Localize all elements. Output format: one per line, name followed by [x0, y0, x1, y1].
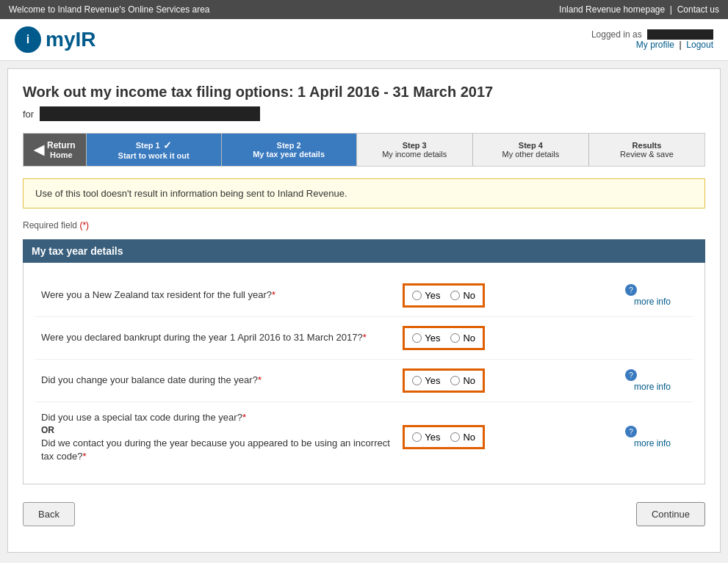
q1-yes-label[interactable]: Yes — [412, 290, 440, 301]
q4-no-radio[interactable] — [450, 432, 460, 442]
page-title: Work out my income tax filing options: 1… — [23, 84, 705, 101]
my-profile-link[interactable]: My profile — [636, 40, 674, 50]
info-4-cell: ? more info — [619, 402, 693, 473]
logo-icon: i — [15, 26, 41, 53]
step-3[interactable]: Step 3 My income details — [357, 134, 473, 166]
step-return[interactable]: ◀ Return Home — [24, 134, 87, 166]
q2-yes-label[interactable]: Yes — [412, 333, 440, 344]
table-row: Were you declared bankrupt during the ye… — [35, 317, 693, 360]
step-return-label: Return — [47, 140, 76, 150]
options-3-cell: Yes No — [397, 360, 619, 402]
top-bar: Welcome to Inland Revenue's Online Servi… — [0, 0, 728, 19]
bottom-bar: Back Continue — [23, 496, 705, 526]
step-3-label: My income details — [382, 150, 447, 159]
step-2[interactable]: Step 2 My tax year details — [222, 134, 357, 166]
return-text: Return Home — [47, 140, 76, 159]
header: i myIR Logged in as My profile | Logout — [0, 19, 728, 61]
q2-no-radio[interactable] — [450, 333, 460, 343]
options-4-wrapper: Yes No — [403, 425, 485, 449]
q4-yes-text: Yes — [425, 432, 440, 443]
q4-yes-radio[interactable] — [412, 432, 422, 442]
homepage-link[interactable]: Inland Revenue homepage — [559, 4, 665, 15]
step-results-label: Review & save — [620, 150, 674, 159]
continue-button[interactable]: Continue — [636, 502, 705, 526]
q3-no-label[interactable]: No — [450, 375, 475, 386]
options-1-wrapper: Yes No — [403, 283, 485, 308]
options-2-wrapper: Yes No — [403, 326, 485, 350]
step-4[interactable]: Step 4 My other details — [473, 134, 589, 166]
question-2-cell: Were you declared bankrupt during the ye… — [35, 317, 397, 360]
questions-table: Were you a New Zealand tax resident for … — [35, 275, 693, 472]
back-button[interactable]: Back — [23, 502, 75, 526]
question-1-text: Were you a New Zealand tax resident for … — [41, 289, 272, 300]
info-2-cell — [619, 317, 693, 360]
arrow-left-icon: ◀ — [34, 142, 44, 158]
q4-no-label[interactable]: No — [450, 432, 475, 443]
q2-yes-radio[interactable] — [412, 333, 422, 343]
welcome-text: Welcome to Inland Revenue's Online Servi… — [9, 4, 210, 15]
q4-required-1: * — [242, 412, 246, 423]
for-value-redacted — [40, 106, 260, 121]
info-icon-4: ? — [625, 426, 637, 437]
header-right: Logged in as My profile | Logout — [591, 29, 713, 51]
main-container: Work out my income tax filing options: 1… — [7, 68, 721, 553]
step-3-num: Step 3 — [403, 141, 427, 150]
for-row: for — [23, 106, 705, 121]
step-2-label: My tax year details — [253, 150, 325, 159]
step-return-sublabel: Home — [47, 150, 76, 159]
q3-yes-label[interactable]: Yes — [412, 375, 440, 386]
logout-link[interactable]: Logout — [686, 40, 713, 50]
question-1-cell: Were you a New Zealand tax resident for … — [35, 275, 397, 317]
question-3-cell: Did you change your balance date during … — [35, 360, 397, 402]
step-2-num: Step 2 — [277, 141, 301, 150]
options-1-cell: Yes No — [397, 275, 619, 317]
q3-no-text: No — [463, 375, 475, 386]
info-icon-1: ? — [625, 284, 637, 296]
notice-box: Use of this tool doesn't result in infor… — [23, 178, 705, 208]
required-star: (*) — [79, 220, 89, 230]
question-2-text: Were you declared bankrupt during the ye… — [41, 332, 363, 343]
q1-required: * — [272, 289, 275, 300]
contact-link[interactable]: Contact us — [677, 4, 719, 15]
q3-required: * — [258, 374, 262, 385]
info-1-cell: ? more info — [619, 275, 693, 317]
step-results[interactable]: Results Review & save — [589, 134, 704, 166]
question-4-cell: Did you use a special tax code during th… — [35, 402, 397, 473]
q4-required-2: * — [82, 451, 86, 462]
question-4a-text: Did you use a special tax code during th… — [41, 412, 242, 423]
q4-no-text: No — [463, 432, 475, 443]
logo-text: myIR — [46, 28, 95, 51]
step-1[interactable]: Step 1 ✓ Start to work it out — [87, 134, 222, 166]
q1-yes-text: Yes — [425, 290, 440, 301]
options-2-cell: Yes No — [397, 317, 619, 360]
q2-yes-text: Yes — [425, 333, 440, 344]
step-4-num: Step 4 — [519, 141, 543, 150]
required-note: Required field (*) — [23, 220, 705, 230]
q2-no-label[interactable]: No — [450, 333, 475, 344]
notice-text: Use of this tool doesn't result in infor… — [35, 188, 347, 199]
question-4b-text: Did we contact you during the year becau… — [41, 437, 390, 462]
or-label: OR — [41, 424, 391, 437]
logged-in-label: Logged in as — [591, 29, 642, 40]
step-1-num: Step 1 — [136, 141, 160, 150]
q3-no-radio[interactable] — [450, 376, 460, 385]
info-3-cell: ? more info — [619, 360, 693, 402]
question-3-text: Did you change your balance date during … — [41, 374, 258, 385]
q3-yes-radio[interactable] — [412, 376, 422, 385]
table-row: Were you a New Zealand tax resident for … — [35, 275, 693, 317]
for-label: for — [23, 109, 34, 120]
q1-no-radio[interactable] — [450, 291, 460, 300]
section-header: My tax year details — [23, 239, 705, 263]
more-info-1-link[interactable]: more info — [634, 297, 671, 307]
table-row: Did you use a special tax code during th… — [35, 402, 693, 473]
step-results-num: Results — [633, 141, 662, 150]
form-section: Were you a New Zealand tax resident for … — [23, 263, 705, 484]
options-3-wrapper: Yes No — [403, 368, 485, 393]
q1-no-label[interactable]: No — [450, 290, 475, 301]
q1-yes-radio[interactable] — [412, 291, 422, 300]
q4-yes-label[interactable]: Yes — [412, 432, 440, 443]
more-info-3-link[interactable]: more info — [634, 382, 671, 392]
more-info-4-link[interactable]: more info — [634, 438, 671, 448]
step-1-check: ✓ — [163, 139, 172, 151]
q2-no-text: No — [463, 333, 475, 344]
